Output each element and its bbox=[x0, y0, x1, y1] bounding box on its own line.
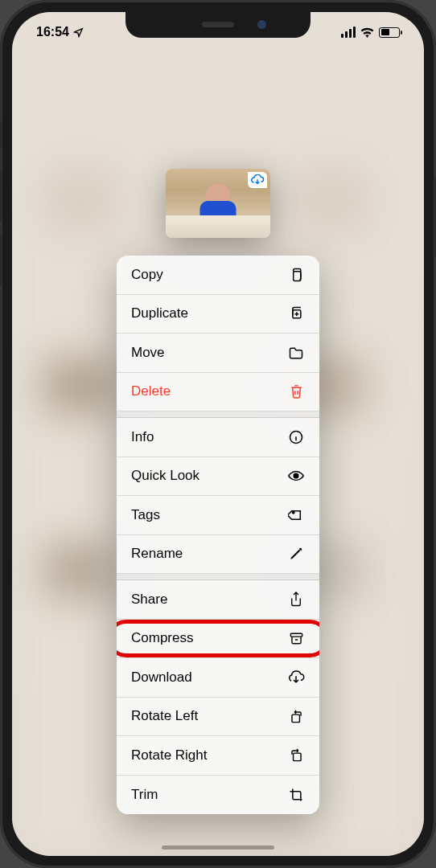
menu-item-label: Rename bbox=[131, 546, 183, 562]
volume-down-button bbox=[0, 233, 2, 285]
menu-item-label: Rotate Left bbox=[131, 708, 198, 724]
context-menu: CopyDuplicateMoveDeleteInfoQuick LookTag… bbox=[117, 256, 319, 814]
tag-icon bbox=[287, 506, 305, 524]
trash-icon bbox=[287, 383, 305, 400]
menu-item-label: Rotate Right bbox=[131, 747, 208, 764]
menu-item-rotateright[interactable]: Rotate Right bbox=[117, 736, 319, 776]
archive-icon bbox=[287, 629, 305, 647]
svg-rect-6 bbox=[291, 714, 299, 723]
menu-item-label: Tags bbox=[131, 507, 160, 523]
pencil-icon bbox=[287, 545, 305, 563]
svg-rect-5 bbox=[290, 633, 302, 637]
silent-switch bbox=[0, 121, 2, 149]
menu-item-copy[interactable]: Copy bbox=[117, 256, 319, 295]
menu-item-move[interactable]: Move bbox=[117, 334, 319, 373]
menu-item-label: Copy bbox=[131, 267, 163, 283]
menu-item-compress[interactable]: Compress bbox=[117, 620, 319, 659]
menu-item-label: Compress bbox=[131, 630, 193, 646]
rotate-left-icon bbox=[287, 707, 305, 725]
status-right bbox=[341, 27, 400, 38]
menu-item-tags[interactable]: Tags bbox=[117, 496, 319, 535]
duplicate-icon bbox=[287, 305, 305, 322]
svg-point-3 bbox=[294, 474, 298, 479]
phone-frame: 16:54 bbox=[0, 0, 436, 868]
menu-item-delete[interactable]: Delete bbox=[117, 373, 319, 412]
copy-icon bbox=[287, 266, 305, 284]
rotate-right-icon bbox=[287, 747, 305, 764]
menu-item-label: Delete bbox=[131, 383, 171, 399]
status-left: 16:54 bbox=[36, 25, 84, 39]
home-indicator[interactable] bbox=[162, 845, 274, 850]
eye-icon bbox=[287, 467, 305, 485]
svg-point-4 bbox=[292, 511, 294, 514]
volume-up-button bbox=[0, 169, 2, 221]
menu-item-duplicate[interactable]: Duplicate bbox=[117, 295, 319, 334]
menu-item-share[interactable]: Share bbox=[117, 580, 319, 620]
menu-item-quicklook[interactable]: Quick Look bbox=[117, 457, 319, 497]
navigation-bar-blurred bbox=[12, 48, 424, 88]
menu-separator bbox=[117, 411, 319, 418]
menu-item-label: Info bbox=[131, 429, 154, 445]
clock: 16:54 bbox=[36, 25, 69, 39]
menu-item-label: Share bbox=[131, 592, 167, 608]
menu-separator bbox=[117, 574, 319, 580]
download-cloud-icon bbox=[287, 669, 305, 686]
menu-item-label: Duplicate bbox=[131, 305, 188, 321]
menu-item-trim[interactable]: Trim bbox=[117, 776, 319, 815]
folder-icon bbox=[287, 344, 305, 362]
crop-icon bbox=[287, 786, 305, 804]
menu-item-download[interactable]: Download bbox=[117, 658, 319, 698]
menu-item-rename[interactable]: Rename bbox=[117, 535, 319, 575]
menu-item-label: Download bbox=[131, 669, 192, 686]
menu-item-info[interactable]: Info bbox=[117, 418, 319, 457]
location-icon bbox=[73, 27, 84, 38]
menu-item-label: Quick Look bbox=[131, 468, 199, 484]
svg-rect-7 bbox=[293, 753, 301, 761]
menu-item-label: Move bbox=[131, 345, 165, 361]
screen: 16:54 bbox=[12, 12, 424, 856]
battery-icon bbox=[379, 27, 400, 38]
cellular-signal-icon bbox=[341, 27, 356, 38]
cloud-download-badge bbox=[248, 172, 267, 188]
info-icon bbox=[287, 428, 305, 446]
device-notch bbox=[125, 12, 311, 38]
file-preview-thumbnail[interactable] bbox=[166, 169, 270, 238]
share-icon bbox=[287, 591, 305, 608]
menu-item-label: Trim bbox=[131, 787, 158, 803]
wifi-icon bbox=[360, 27, 374, 38]
menu-item-rotateleft[interactable]: Rotate Left bbox=[117, 698, 319, 737]
